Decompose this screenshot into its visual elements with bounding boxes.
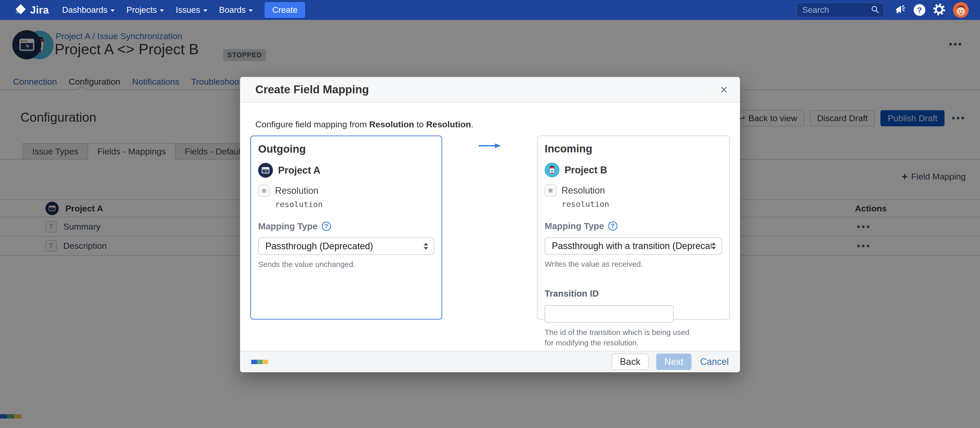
mapping-type-label: Mapping Type xyxy=(545,221,604,231)
transition-id-label: Transition ID xyxy=(545,288,722,299)
app-root: Jira Dashboards Projects Issues Boards C… xyxy=(0,0,980,428)
incoming-heading: Incoming xyxy=(545,143,722,155)
nav-menu-boards[interactable]: Boards xyxy=(219,5,253,15)
field-id: resolution xyxy=(562,200,722,209)
progress-step xyxy=(251,360,257,364)
outgoing-heading: Outgoing xyxy=(258,143,434,155)
mapping-type-help: Sends the value unchanged. xyxy=(258,260,434,269)
nav-menu-label: Issues xyxy=(176,5,200,15)
mapping-direction xyxy=(442,136,537,149)
select-arrows-icon xyxy=(423,243,428,250)
cancel-link[interactable]: Cancel xyxy=(700,356,729,367)
next-button[interactable]: Next xyxy=(656,354,692,370)
mapping-type-help: Writes the value as received. xyxy=(545,260,722,268)
back-button[interactable]: Back xyxy=(612,354,649,370)
intro-to-field: Resolution xyxy=(426,120,471,129)
mapping-type-label: Mapping Type xyxy=(258,221,318,232)
chevron-down-icon xyxy=(249,10,253,12)
transition-id-input[interactable] xyxy=(545,305,674,323)
field-type-icon xyxy=(258,185,270,196)
nav-icon-group: ? xyxy=(894,2,969,18)
nav-menu-issues[interactable]: Issues xyxy=(176,5,207,15)
modal-footer: Back Next Cancel xyxy=(240,351,740,372)
modal-wizard-progress xyxy=(251,360,268,364)
incoming-project: Project B xyxy=(545,163,722,177)
transition-id-help: The id of the transition which is being … xyxy=(545,327,695,348)
outgoing-mapping-type-select[interactable]: Passthrough (Deprecated) xyxy=(258,238,434,255)
search-input[interactable] xyxy=(802,5,871,15)
incoming-mapping-type-select[interactable]: Passthrough with a transition (Deprecate… xyxy=(545,237,722,255)
jira-logo-icon xyxy=(14,3,27,17)
progress-step xyxy=(257,360,262,364)
gear-icon[interactable] xyxy=(933,3,945,17)
chevron-down-icon xyxy=(160,10,164,12)
nav-menu-label: Projects xyxy=(126,5,157,15)
project-name: Project A xyxy=(278,165,320,176)
chevron-down-icon xyxy=(111,10,115,12)
outgoing-panel: Outgoing Project A xyxy=(250,136,442,319)
nav-menu-projects[interactable]: Projects xyxy=(126,5,164,15)
incoming-panel: Incoming Project B xyxy=(537,136,730,319)
modal-intro: Configure field mapping from Resolution … xyxy=(255,120,730,129)
modal-title: Create Field Mapping xyxy=(255,83,720,96)
close-icon[interactable]: × xyxy=(720,83,728,96)
help-icon[interactable]: ? xyxy=(913,4,925,16)
selected-option: Passthrough with a transition (Deprecate… xyxy=(552,241,711,251)
project-b-avatar xyxy=(545,163,560,177)
project-name: Project B xyxy=(565,164,607,176)
intro-from-field: Resolution xyxy=(369,120,414,129)
modal-header: Create Field Mapping × xyxy=(240,77,740,102)
right-arrow-icon xyxy=(478,143,501,149)
user-avatar[interactable] xyxy=(953,2,969,18)
search-icon[interactable] xyxy=(871,5,880,15)
intro-text: Configure field mapping from xyxy=(255,120,369,129)
top-navbar: Jira Dashboards Projects Issues Boards C… xyxy=(0,0,980,20)
field-id: resolution xyxy=(275,200,434,209)
progress-step xyxy=(262,360,268,364)
field-name: Resolution xyxy=(562,185,605,196)
announcement-icon[interactable] xyxy=(894,3,906,16)
outgoing-field: Resolution xyxy=(258,185,434,196)
field-type-icon xyxy=(545,185,557,196)
chevron-down-icon xyxy=(203,10,207,12)
select-arrows-icon xyxy=(711,243,716,249)
nav-menu-dashboards[interactable]: Dashboards xyxy=(62,5,115,15)
modal-body: Configure field mapping from Resolution … xyxy=(240,102,740,319)
project-a-avatar xyxy=(258,163,273,178)
outgoing-project: Project A xyxy=(258,163,434,178)
intro-text: to xyxy=(414,120,426,129)
search-box[interactable] xyxy=(797,3,884,18)
create-field-mapping-modal: Create Field Mapping × Configure field m… xyxy=(240,77,740,372)
help-icon[interactable]: ? xyxy=(608,221,617,231)
jira-logo[interactable]: Jira xyxy=(14,3,49,17)
selected-option: Passthrough (Deprecated) xyxy=(265,241,423,252)
field-name: Resolution xyxy=(275,185,318,196)
intro-text: . xyxy=(471,120,473,129)
create-button[interactable]: Create xyxy=(264,2,305,18)
incoming-field: Resolution xyxy=(545,185,722,196)
nav-menu-label: Boards xyxy=(219,5,246,15)
nav-menu-label: Dashboards xyxy=(62,5,108,15)
help-icon[interactable]: ? xyxy=(322,222,331,231)
brand-name: Jira xyxy=(30,4,49,16)
